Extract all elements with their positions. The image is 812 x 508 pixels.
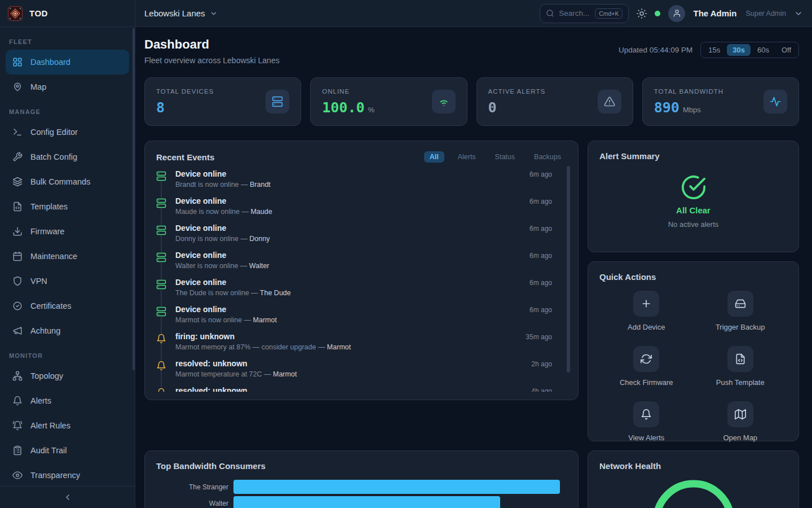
layers-icon <box>12 177 23 187</box>
event-title: Device online <box>175 196 226 205</box>
stat-value-row: 8 <box>156 99 214 116</box>
page-subtitle: Fleet overview across Lebowski Lanes <box>144 56 280 65</box>
quick-action-open-map[interactable]: Open Map <box>694 401 788 442</box>
sidebar-item-topology[interactable]: Topology <box>6 364 129 388</box>
event-message: The Dude is now online — <box>175 289 260 297</box>
quick-action-label: Push Template <box>716 378 765 387</box>
sidebar-item-alert-rules[interactable]: Alert Rules <box>6 413 129 438</box>
event-row: Device online6m agoThe Dude is now onlin… <box>156 278 567 305</box>
event-title: firing: unknown <box>175 332 235 341</box>
event-row: Device online6m agoWalter is now online … <box>156 251 567 278</box>
refresh-option-15s[interactable]: 15s <box>703 44 726 56</box>
sidebar-item-firmware[interactable]: Firmware <box>6 219 129 244</box>
app-logo-icon <box>8 6 23 21</box>
health-ring-icon: 100 <box>651 478 736 508</box>
quick-action-iconbox <box>633 401 659 427</box>
theme-toggle-sun-icon[interactable] <box>637 8 647 19</box>
events-tab-all[interactable]: All <box>424 151 444 163</box>
bell-icon <box>156 334 166 344</box>
event-device-name: Donny <box>249 235 270 243</box>
event-title: Device online <box>175 251 226 260</box>
sidebar-item-templates[interactable]: Templates <box>6 194 129 219</box>
bell-icon <box>156 388 166 392</box>
stat-label: ONLINE <box>322 88 374 95</box>
sidebar-item-map[interactable]: Map <box>6 75 129 99</box>
event-time: 6m ago <box>529 279 552 287</box>
event-subtitle: Donny is now online — Donny <box>175 235 567 243</box>
sidebar-item-config-editor[interactable]: Config Editor <box>6 120 129 144</box>
sidebar-item-audit-trail[interactable]: Audit Trail <box>6 438 129 463</box>
refresh-interval-segmented: 15s30s60sOff <box>700 42 799 58</box>
quick-action-view-alerts[interactable]: View Alerts <box>599 401 694 442</box>
clipboard-list-icon <box>12 445 23 456</box>
bandwidth-panel: Top Bandwidth Consumers The StrangerWalt… <box>144 450 579 508</box>
sidebar-item-vpn[interactable]: VPN <box>6 269 129 294</box>
stat-value: 890 <box>654 99 679 116</box>
search-input[interactable]: Search... Cmd+K <box>540 4 629 23</box>
sidebar-item-label: Bulk Commands <box>30 177 90 186</box>
refresh-option-off[interactable]: Off <box>776 44 797 56</box>
event-body: resolved: unknown2h agoMarmot temperatur… <box>175 359 567 386</box>
sidebar-collapse-button[interactable] <box>63 493 72 502</box>
sidebar-item-transparency[interactable]: Transparency <box>6 463 129 486</box>
search-icon <box>546 9 554 17</box>
server-icon <box>156 171 166 181</box>
sidebar-item-dashboard[interactable]: Dashboard <box>6 50 129 75</box>
stat-unit: % <box>368 106 375 114</box>
fleet-selector[interactable]: Lebowski Lanes <box>144 8 218 18</box>
quick-action-check-firmware[interactable]: Check Firmware <box>599 346 694 387</box>
quick-action-add-device[interactable]: Add Device <box>599 291 694 331</box>
bandwidth-bar <box>233 496 500 508</box>
quick-action-trigger-backup[interactable]: Trigger Backup <box>694 291 788 331</box>
event-subtitle: Marmot temperature at 72C — Marmot <box>175 370 567 378</box>
event-subtitle: Brandt is now online — Brandt <box>175 181 567 189</box>
event-subtitle: The Dude is now online — The Dude <box>175 289 567 297</box>
stat-iconbox <box>598 90 621 113</box>
connection-status-dot <box>655 11 660 16</box>
event-device-name: Maude <box>250 208 272 216</box>
quick-action-push-template[interactable]: Push Template <box>694 346 788 387</box>
events-tab-backups[interactable]: Backups <box>528 151 567 163</box>
sidebar-item-bulk-commands[interactable]: Bulk Commands <box>6 169 129 194</box>
sidebar-item-certificates[interactable]: Certificates <box>6 294 129 318</box>
event-time: 35m ago <box>526 333 552 341</box>
sidebar-item-batch-config[interactable]: Batch Config <box>6 144 129 169</box>
event-top: resolved: unknown4h ago <box>175 386 567 392</box>
refresh-option-60s[interactable]: 60s <box>752 44 775 56</box>
quick-action-label: Trigger Backup <box>716 323 765 331</box>
server-icon <box>156 225 166 235</box>
sidebar-scrollbar[interactable] <box>133 28 135 370</box>
event-device-name: Marmot <box>253 316 277 324</box>
sidebar-footer <box>0 486 135 508</box>
event-top: Device online6m ago <box>175 224 567 233</box>
server-icon <box>156 306 166 317</box>
quick-action-label: Check Firmware <box>620 378 673 387</box>
stat-iconbox <box>764 90 787 113</box>
event-title: resolved: unknown <box>175 359 248 368</box>
bandwidth-row-the-stranger: The Stranger <box>156 480 567 494</box>
sidebar-item-maintenance[interactable]: Maintenance <box>6 244 129 269</box>
activity-icon <box>770 96 781 107</box>
events-tab-alerts[interactable]: Alerts <box>452 151 482 163</box>
event-subtitle: Maude is now online — Maude <box>175 208 567 216</box>
bandwidth-bar-label: Walter <box>156 500 228 507</box>
user-avatar[interactable] <box>668 5 685 22</box>
event-time: 6m ago <box>529 225 552 233</box>
bandwidth-bar <box>233 480 560 494</box>
bandwidth-row-walter: Walter <box>156 496 567 508</box>
refresh-option-30s[interactable]: 30s <box>727 44 751 56</box>
sidebar-item-achtung[interactable]: Achtung <box>6 318 129 343</box>
sidebar-item-label: Firmware <box>30 227 64 236</box>
server-icon <box>156 279 166 290</box>
wifi-icon <box>438 96 449 107</box>
event-top: Device online6m ago <box>175 305 567 314</box>
events-tab-status[interactable]: Status <box>489 151 520 163</box>
check-circle-icon <box>681 174 707 200</box>
sidebar-item-alerts[interactable]: Alerts <box>6 388 129 413</box>
plus-icon <box>641 298 652 309</box>
eye-icon <box>12 470 23 480</box>
user-menu-chevron-icon[interactable] <box>794 9 803 18</box>
event-subtitle: Marmot is now online — Marmot <box>175 316 567 324</box>
sidebar-section-label-manage: MANAGE <box>0 99 135 120</box>
events-scrollbar[interactable] <box>567 166 570 373</box>
